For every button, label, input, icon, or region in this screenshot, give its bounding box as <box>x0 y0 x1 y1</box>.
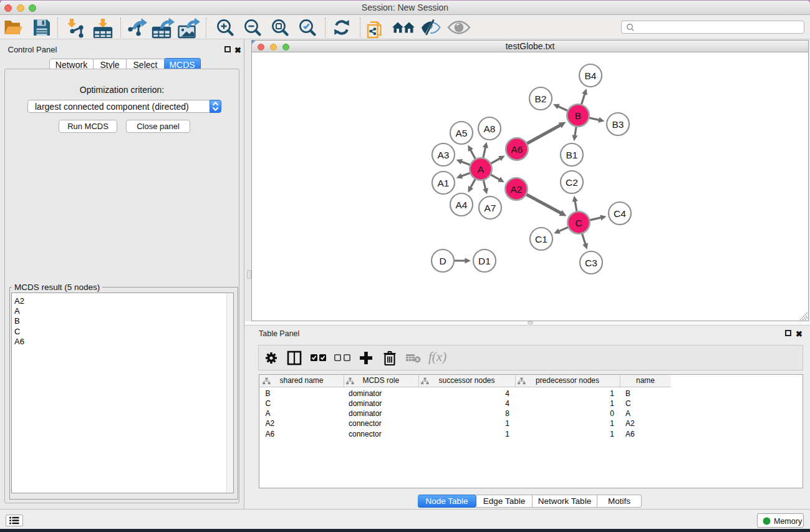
svg-text:B2: B2 <box>535 94 547 104</box>
svg-text:A7: A7 <box>485 203 496 213</box>
svg-text:A6: A6 <box>511 144 523 155</box>
svg-text:C4: C4 <box>614 208 626 219</box>
svg-text:A3: A3 <box>438 150 450 160</box>
svg-text:C1: C1 <box>535 234 547 244</box>
svg-text:A2: A2 <box>511 184 523 195</box>
svg-text:A5: A5 <box>456 128 468 138</box>
svg-text:D1: D1 <box>478 256 491 266</box>
svg-text:C3: C3 <box>585 258 597 268</box>
svg-text:D: D <box>439 256 446 266</box>
svg-text:A4: A4 <box>456 200 468 210</box>
svg-text:B3: B3 <box>612 119 624 130</box>
svg-text:A1: A1 <box>438 178 450 188</box>
svg-text:A8: A8 <box>484 123 496 134</box>
svg-text:C: C <box>575 218 582 228</box>
svg-text:B: B <box>575 110 581 121</box>
svg-text:A: A <box>478 164 485 175</box>
svg-text:B4: B4 <box>585 70 597 81</box>
svg-text:B1: B1 <box>566 150 578 160</box>
svg-text:C2: C2 <box>566 177 578 188</box>
